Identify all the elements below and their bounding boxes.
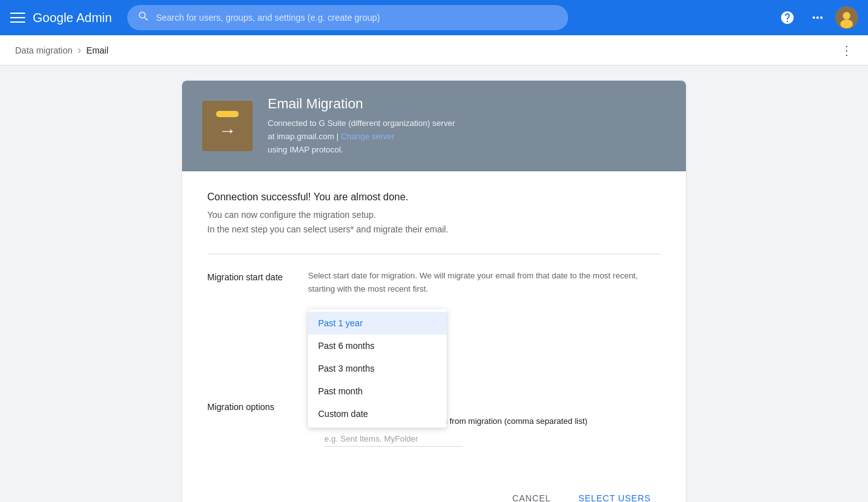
dropdown-item-custom-date[interactable]: Custom date	[308, 402, 447, 425]
card-header: → Email Migration Connected to G Suite (…	[182, 81, 686, 171]
dropdown-list: Past 1 year Past 6 months Past 3 months …	[308, 309, 447, 428]
svg-rect-1	[10, 17, 25, 18]
svg-point-4	[843, 12, 850, 20]
dropdown-item-past-3-months[interactable]: Past 3 months	[308, 357, 447, 380]
success-line2: In the next step you can select users* a…	[207, 222, 661, 236]
search-input[interactable]	[156, 13, 558, 23]
arrow-icon: →	[219, 121, 236, 141]
main-content: → Email Migration Connected to G Suite (…	[0, 66, 868, 502]
card-body: Connection successful! You are almost do…	[182, 171, 686, 476]
breadcrumb-bar: Data migration › Email ⋮	[0, 35, 868, 66]
more-options-icon[interactable]: ⋮	[840, 43, 853, 58]
search-bar[interactable]	[127, 5, 568, 30]
change-server-link[interactable]: Change server	[341, 132, 394, 141]
avatar-image	[835, 6, 858, 29]
card-header-text: Email Migration Connected to G Suite (di…	[268, 96, 455, 156]
question-mark-icon[interactable]	[775, 5, 800, 30]
breadcrumb-separator: ›	[77, 43, 81, 57]
breadcrumb-parent-link[interactable]: Data migration	[15, 45, 72, 55]
dropdown-item-past-month[interactable]: Past month	[308, 380, 447, 402]
success-heading: Connection successful! You are almost do…	[207, 191, 661, 203]
migration-icon-box: →	[202, 101, 253, 151]
migration-card: → Email Migration Connected to G Suite (…	[182, 81, 686, 502]
breadcrumb-current: Email	[86, 45, 108, 55]
dropdown-item-past-1-year[interactable]: Past 1 year	[308, 312, 447, 334]
card-actions: CANCEL SELECT USERS	[182, 477, 686, 502]
migration-start-date-control: Select start date for migration. We will…	[308, 270, 661, 311]
nav-icons-group	[775, 5, 858, 30]
success-message: Connection successful! You are almost do…	[207, 191, 661, 236]
icon-pill	[216, 111, 239, 117]
cancel-button[interactable]: CANCEL	[502, 487, 561, 502]
svg-rect-2	[10, 21, 25, 23]
svg-rect-0	[10, 13, 25, 14]
card-title: Email Migration	[268, 96, 455, 112]
top-navigation: Google Admin	[0, 0, 868, 35]
breadcrumb: Data migration › Email	[15, 43, 108, 57]
search-icon	[137, 10, 150, 26]
form-section: Migration start date Select start date f…	[207, 254, 661, 447]
dropdown-item-past-6-months[interactable]: Past 6 months	[308, 334, 447, 357]
folders-input[interactable]	[324, 431, 463, 447]
success-line1: You can now configure the migration setu…	[207, 208, 661, 222]
select-users-button[interactable]: SELECT USERS	[568, 487, 661, 502]
card-description: Connected to G Suite (different organiza…	[268, 117, 455, 156]
app-logo: Google Admin	[33, 11, 112, 25]
migration-start-date-row: Migration start date Select start date f…	[207, 270, 661, 311]
apps-icon[interactable]	[805, 5, 830, 30]
svg-point-5	[840, 20, 853, 28]
hamburger-menu-icon[interactable]	[10, 10, 25, 25]
migration-start-date-label: Migration start date	[207, 270, 308, 282]
start-date-description: Select start date for migration. We will…	[308, 270, 661, 296]
avatar[interactable]	[835, 6, 858, 29]
migration-options-label: Migration options	[207, 399, 308, 412]
